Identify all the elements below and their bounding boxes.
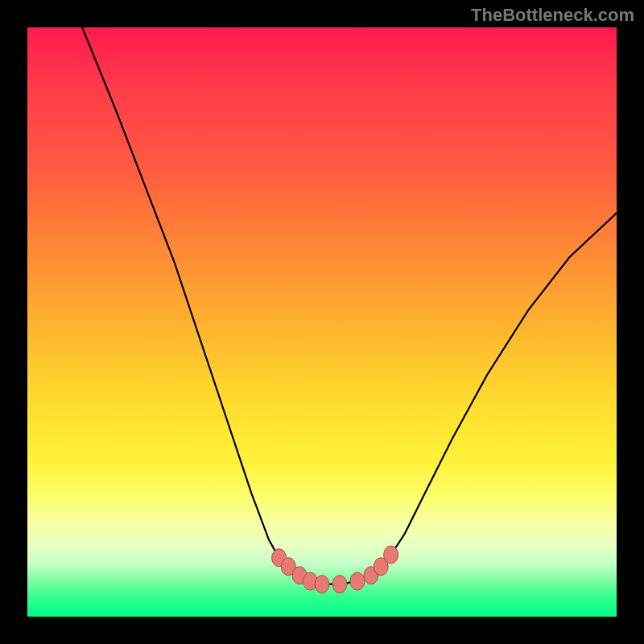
watermark: TheBottleneck.com bbox=[471, 5, 634, 26]
chart-frame: TheBottleneck.com bbox=[0, 0, 644, 644]
chart-svg bbox=[0, 0, 644, 644]
curve-marker bbox=[332, 576, 347, 593]
marker-group bbox=[272, 546, 398, 593]
bottleneck-curve bbox=[82, 27, 617, 584]
curve-marker bbox=[315, 576, 329, 593]
curve-marker bbox=[384, 546, 398, 564]
curve-marker bbox=[350, 572, 365, 590]
